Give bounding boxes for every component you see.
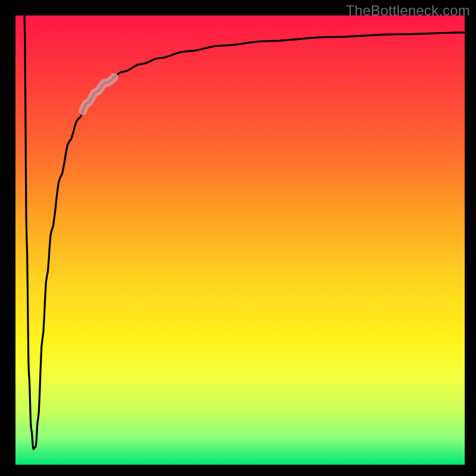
curve-highlight-segment [83, 77, 114, 111]
chart-container: TheBottleneck.com [0, 0, 476, 476]
bottleneck-curve-svg [15, 15, 465, 465]
plot-area [15, 15, 465, 465]
bottleneck-curve [24, 15, 465, 449]
